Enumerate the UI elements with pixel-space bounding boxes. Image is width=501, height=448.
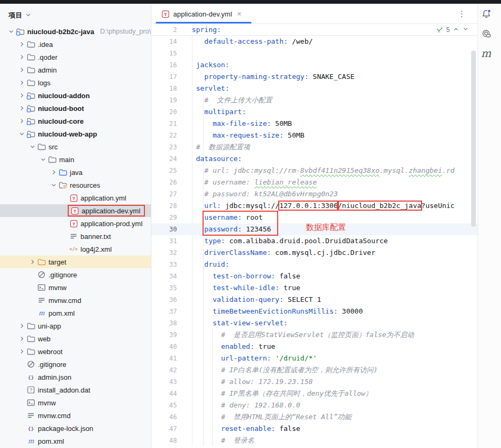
inspections-widget[interactable]: 5: [436, 24, 469, 36]
sticky-header-line[interactable]: 2 spring: 5: [151, 24, 478, 36]
tree-item-application.yml[interactable]: Yapplication.yml: [0, 191, 151, 204]
code-line-32[interactable]: 32 driverClassName: com.mysql.cj.jdbc.Dr…: [151, 247, 478, 259]
tree-item-src[interactable]: src: [0, 140, 151, 153]
tree-item-web[interactable]: web: [0, 332, 151, 345]
tree-item-niucloud-b2b2c-java[interactable]: niucloud-b2b2c-javaD:\phpstudy_pro\\: [0, 25, 151, 38]
prev-issue-icon[interactable]: [452, 26, 459, 34]
chevron-down-icon[interactable]: [6, 27, 16, 36]
tree-item-admin.json[interactable]: {}admin.json: [0, 371, 151, 383]
chevron-right-icon[interactable]: [17, 91, 27, 100]
code-line-41[interactable]: 41 url-pattern: '/druid/*': [151, 353, 478, 364]
code-line-33[interactable]: 33 druid:: [151, 259, 478, 270]
tree-item-pom.xml[interactable]: mpom.xml: [0, 307, 151, 319]
tree-item-niucloud-addon[interactable]: niucloud-addon: [0, 89, 151, 102]
chevron-right-icon[interactable]: [17, 117, 27, 125]
tree-item-install-addon.dat[interactable]: ?install_addon.dat: [0, 383, 151, 396]
code-line-23[interactable]: 23 # 数据源配置项: [151, 141, 478, 153]
tree-item-resources[interactable]: resources: [0, 179, 151, 191]
code-line-18[interactable]: 18 servlet:: [151, 83, 478, 94]
code-line-48[interactable]: 48 # 登录名: [151, 435, 478, 446]
tree-item-banner.txt[interactable]: banner.txt: [0, 230, 151, 243]
code-line-21[interactable]: 21 max-file-size: 50MB: [151, 118, 478, 130]
tree-item-niucloud-core[interactable]: niucloud-core: [0, 115, 151, 127]
code-line-36[interactable]: 36 validation-query: SELECT 1: [151, 294, 478, 306]
chevron-right-icon[interactable]: [17, 66, 27, 74]
next-issue-icon[interactable]: [462, 26, 469, 34]
tree-item-.gitignore[interactable]: .gitignore: [0, 358, 151, 371]
tree-item-mvnw[interactable]: mvnw: [0, 281, 151, 294]
code-line-45[interactable]: 45 # deny: 192.168.0.0: [151, 399, 478, 411]
tree-item-admin[interactable]: admin: [0, 63, 151, 76]
tree-item-niucloud-web-app[interactable]: niucloud-web-app: [0, 127, 151, 140]
code-line-28[interactable]: 28 url: jdbc:mysql://127.0.0.1:3306/niuc…: [151, 200, 478, 212]
tree-item-java[interactable]: java: [0, 166, 151, 179]
project-panel-header[interactable]: 项目: [0, 4, 151, 22]
code-line-24[interactable]: 24 datasource:: [151, 153, 478, 165]
tree-item-uni-app[interactable]: uni-app: [0, 319, 151, 332]
code-line-43[interactable]: 43 # allow: 172.19.23.158: [151, 376, 478, 388]
chevron-right-icon[interactable]: [28, 258, 37, 266]
chevron-right-icon[interactable]: [49, 168, 59, 177]
code-line-37[interactable]: 37 timeBetweenEvictionRunsMillis: 30000: [151, 306, 478, 317]
tab-application-dev-yml[interactable]: Y application-dev.yml ✕: [156, 4, 247, 24]
chevron-right-icon[interactable]: [17, 334, 27, 343]
code-line-44[interactable]: 44 # IP黑名单（存在共同时，deny优先于allow）: [151, 388, 478, 399]
code-line-40[interactable]: 40 enabled: true: [151, 341, 478, 353]
code-line-17[interactable]: 17 property-naming-strategy: SNAKE_CASE: [151, 71, 478, 83]
screen-share-icon[interactable]: [479, 27, 493, 41]
tree-item-application-dev.yml[interactable]: Yapplication-dev.yml: [0, 204, 151, 217]
tree-item-pom.xml[interactable]: mpom.xml: [0, 435, 151, 447]
code-area[interactable]: 14 default-access-path: /web/1516 jackso…: [151, 36, 478, 448]
line-number: 42: [151, 366, 177, 374]
tree-item-mvnw[interactable]: mvnw: [0, 396, 151, 409]
code-line-35[interactable]: 35 test-while-idle: true: [151, 282, 478, 294]
tree-item-package-lock.json[interactable]: {}package-lock.json: [0, 422, 151, 435]
editor-scrollbar[interactable]: [471, 51, 476, 227]
code-text: password: 123456: [188, 223, 271, 235]
code-line-19[interactable]: 19 # 文件上传大小配置: [151, 94, 478, 106]
code-line-15[interactable]: 15: [151, 47, 478, 59]
chevron-right-icon[interactable]: [17, 104, 27, 113]
line-number: 43: [151, 378, 177, 386]
code-line-47[interactable]: 47 reset-enable: false: [151, 423, 478, 435]
chevron-right-icon[interactable]: [17, 347, 27, 356]
chevron-down-icon[interactable]: [38, 155, 48, 164]
notifications-bell-icon[interactable]: [479, 7, 493, 21]
maven-tool-icon[interactable]: m: [479, 46, 493, 60]
code-line-29[interactable]: 29 username: root: [151, 212, 478, 223]
chevron-right-icon[interactable]: [17, 40, 27, 49]
code-line-14[interactable]: 14 default-access-path: /web/: [151, 36, 478, 47]
tree-item-target[interactable]: target: [0, 255, 151, 268]
code-line-27[interactable]: 27 # password: kt52AL@db6vHrmpg0n23: [151, 188, 478, 200]
chevron-down-icon[interactable]: [49, 181, 59, 189]
code-line-34[interactable]: 34 test-on-borrow: false: [151, 270, 478, 282]
tree-item-.gitignore[interactable]: .gitignore: [0, 268, 151, 281]
code-line-16[interactable]: 16 jackson:: [151, 59, 478, 71]
tree-item-application-prod.yml[interactable]: Yapplication-prod.yml: [0, 217, 151, 230]
tree-item-main[interactable]: main: [0, 153, 151, 166]
code-line-42[interactable]: 42 # IP白名单(没有配置或者为空，则允许所有访问): [151, 364, 478, 376]
tree-item-niucloud-boot[interactable]: niucloud-boot: [0, 102, 151, 115]
code-line-46[interactable]: 46 # 禁用HTML页面上的“Reset All”功能: [151, 411, 478, 423]
chevron-down-icon[interactable]: [17, 130, 27, 138]
code-line-39[interactable]: 39 # 是否启用StatViewServlet（监控页面）false为不启动: [151, 329, 478, 341]
chevron-right-icon[interactable]: [17, 53, 27, 61]
tree-item-logs[interactable]: logs: [0, 76, 151, 89]
code-line-25[interactable]: 25 # url: jdbc:mysql://rm-8vbdf411n2915e…: [151, 165, 478, 177]
code-line-26[interactable]: 26 # username: liebian_release: [151, 177, 478, 188]
code-line-31[interactable]: 31 type: com.alibaba.druid.pool.DruidDat…: [151, 235, 478, 247]
tree-item-mvnw.cmd[interactable]: mvnw.cmd: [0, 294, 151, 307]
code-line-20[interactable]: 20 multipart:: [151, 106, 478, 118]
tree-item-.qoder[interactable]: .qoder: [0, 51, 151, 63]
tree-item-mvnw.cmd[interactable]: mvnw.cmd: [0, 409, 151, 422]
code-line-38[interactable]: 38 stat-view-servlet:: [151, 317, 478, 329]
more-options-icon[interactable]: ⋮: [458, 9, 466, 19]
tree-item-log4j2.xml[interactable]: </>log4j2.xml: [0, 243, 151, 255]
tree-item-webroot[interactable]: webroot: [0, 345, 151, 358]
chevron-right-icon[interactable]: [17, 78, 27, 87]
close-icon[interactable]: ✕: [237, 11, 241, 18]
code-line-22[interactable]: 22 max-request-size: 50MB: [151, 130, 478, 141]
chevron-down-icon[interactable]: [28, 142, 37, 151]
chevron-right-icon[interactable]: [17, 322, 27, 330]
tree-item-.idea[interactable]: .idea: [0, 38, 151, 51]
